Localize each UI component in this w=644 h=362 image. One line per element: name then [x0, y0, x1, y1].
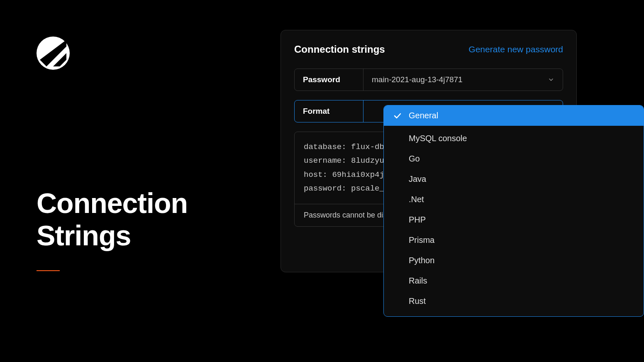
dropdown-item-php[interactable]: PHP: [384, 210, 644, 230]
dropdown-item-dotnet[interactable]: .Net: [384, 189, 644, 210]
panel-title: Connection strings: [294, 44, 385, 55]
password-field-row: Password main-2021-aug-13-4j7871: [294, 68, 563, 91]
dropdown-item-rust[interactable]: Rust: [384, 291, 644, 311]
dropdown-item-go[interactable]: Go: [384, 149, 644, 169]
dropdown-item-label: General: [409, 111, 438, 120]
format-dropdown: General MySQL console Go Java .Net PHP P…: [383, 105, 644, 317]
password-select[interactable]: main-2021-aug-13-4j7871: [363, 69, 563, 90]
dropdown-item-mysql-console[interactable]: MySQL console: [384, 128, 644, 149]
heading-line-2: Strings: [37, 219, 188, 252]
dropdown-item-python[interactable]: Python: [384, 250, 644, 271]
accent-divider: [37, 270, 60, 271]
brand-logo: [37, 37, 70, 70]
format-label: Format: [295, 100, 363, 122]
password-label: Password: [295, 69, 363, 90]
dropdown-item-java[interactable]: Java: [384, 169, 644, 189]
heading-line-1: Connection: [37, 187, 188, 219]
page-heading: Connection Strings: [37, 187, 188, 252]
panel-header: Connection strings Generate new password: [294, 44, 563, 55]
password-value: main-2021-aug-13-4j7871: [372, 75, 463, 84]
generate-password-link[interactable]: Generate new password: [468, 44, 563, 54]
chevron-down-icon: [548, 76, 554, 83]
dropdown-item-rails[interactable]: Rails: [384, 271, 644, 291]
dropdown-group: MySQL console Go Java .Net PHP Prisma Py…: [384, 126, 644, 316]
dropdown-item-general[interactable]: General: [384, 105, 644, 126]
check-icon: [393, 111, 402, 120]
dropdown-item-prisma[interactable]: Prisma: [384, 230, 644, 250]
